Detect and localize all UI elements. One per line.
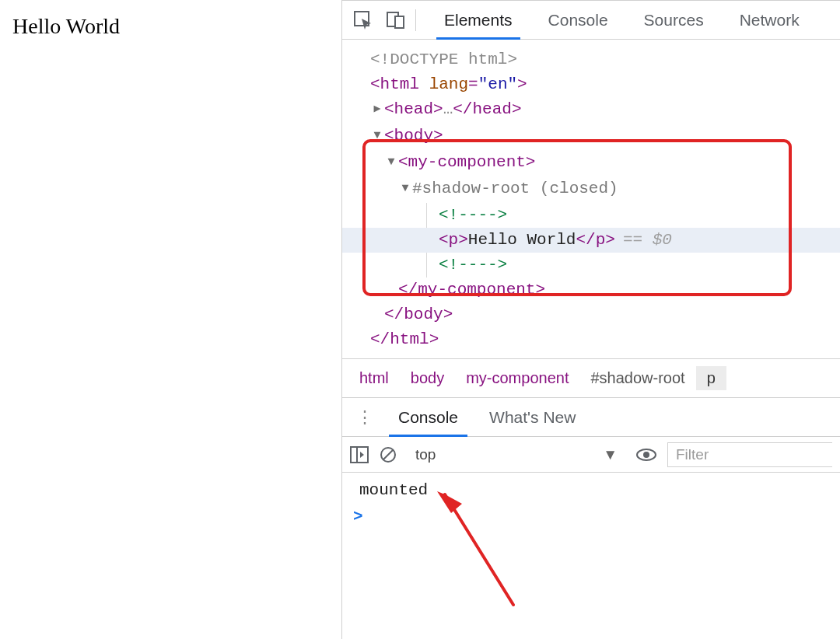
dom-node-doctype[interactable]: <!DOCTYPE html>	[342, 47, 840, 72]
svg-rect-4	[351, 447, 357, 463]
crumb-shadow-root[interactable]: #shadow-root	[579, 366, 695, 390]
drawer-panel: ⋮ Console What's New top ▼	[342, 397, 840, 639]
console-toolbar: top ▼ Filter	[342, 437, 840, 473]
console-log-line[interactable]: mounted	[352, 477, 831, 504]
crumb-html[interactable]: html	[348, 366, 400, 390]
devtools-panel: Elements Console Sources Network <!DOCTY…	[342, 0, 840, 639]
crumb-body[interactable]: body	[400, 366, 455, 390]
console-sidebar-toggle-icon[interactable]	[350, 446, 369, 463]
drawer-tab-console[interactable]: Console	[384, 398, 472, 436]
collapse-caret-icon[interactable]: ▼	[398, 176, 412, 201]
devtools-tabbar: Elements Console Sources Network	[342, 1, 840, 40]
dom-node-html[interactable]: <html lang="en">	[342, 72, 840, 97]
dom-node-p-selected[interactable]: … <p>Hello World</p>== $0	[342, 228, 840, 253]
device-toolbar-icon[interactable]	[386, 10, 406, 30]
elements-breadcrumb: html body my-component #shadow-root p	[342, 358, 840, 397]
dom-node-head[interactable]: ▶<head>…</head>	[342, 97, 840, 124]
clear-console-icon[interactable]	[380, 446, 397, 463]
tab-console[interactable]: Console	[533, 1, 624, 39]
expand-caret-icon[interactable]: ▶	[370, 97, 384, 122]
elements-dom-tree[interactable]: <!DOCTYPE html> <html lang="en"> ▶<head>…	[342, 40, 840, 358]
svg-point-8	[643, 452, 649, 458]
svg-rect-2	[395, 16, 404, 28]
dom-node-shadow-root[interactable]: ▼#shadow-root (closed)	[342, 176, 840, 203]
chevron-down-icon: ▼	[603, 446, 618, 463]
drawer-menu-icon[interactable]: ⋮	[348, 407, 381, 428]
crumb-p[interactable]: p	[696, 366, 726, 390]
console-context-label: top	[415, 446, 436, 463]
console-context-select[interactable]: top ▼	[408, 442, 625, 467]
selected-indicator: == $0	[623, 231, 672, 249]
drawer-tab-whatsnew[interactable]: What's New	[475, 398, 590, 436]
dom-node-body[interactable]: ▼<body>	[342, 124, 840, 150]
collapse-caret-icon[interactable]: ▼	[384, 150, 398, 175]
dom-node-comment[interactable]: <!---->	[342, 253, 840, 278]
console-filter-input[interactable]: Filter	[667, 442, 832, 467]
console-filter-placeholder: Filter	[676, 446, 709, 463]
console-prompt[interactable]: >	[352, 504, 831, 530]
console-body[interactable]: mounted >	[342, 473, 840, 639]
tab-elements[interactable]: Elements	[429, 1, 528, 39]
collapse-caret-icon[interactable]: ▼	[370, 124, 384, 148]
crumb-my-component[interactable]: my-component	[455, 366, 579, 390]
dom-node-body-close[interactable]: </body>	[342, 302, 840, 327]
dom-node-my-component[interactable]: ▼<my-component>	[342, 150, 840, 176]
inspect-icon[interactable]	[353, 10, 373, 30]
live-expression-icon[interactable]	[636, 448, 656, 462]
dom-node-html-close[interactable]: </html>	[342, 327, 840, 352]
drawer-tabbar: ⋮ Console What's New	[342, 398, 840, 437]
svg-line-6	[383, 450, 393, 459]
tab-sources[interactable]: Sources	[628, 1, 719, 39]
rendered-page: Hello World	[0, 0, 342, 639]
page-heading: Hello World	[12, 14, 329, 39]
svg-rect-3	[351, 447, 368, 463]
dom-node-comment[interactable]: <!---->	[342, 203, 840, 228]
tab-network[interactable]: Network	[724, 1, 815, 39]
dom-node-my-component-close[interactable]: </my-component>	[342, 278, 840, 302]
